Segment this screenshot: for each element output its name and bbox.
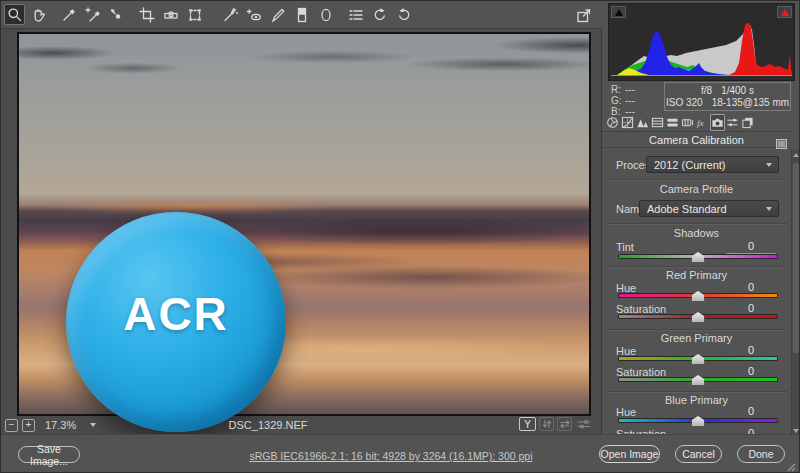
toolbar [1, 1, 602, 29]
tab-camera-calibration[interactable] [710, 114, 725, 131]
camera-raw-dialog: ACR − + 17.3% DSC_1329.NEF Y [0, 0, 800, 473]
done-button[interactable]: Done [737, 445, 785, 463]
blue-hue-value[interactable]: 0 [726, 405, 776, 419]
red-eye-removal-icon[interactable] [243, 4, 264, 25]
shadows-header: Shadows [602, 227, 791, 239]
shadow-clipping-toggle[interactable] [611, 6, 626, 18]
preview-bottom-bar: − + 17.3% DSC_1329.NEF Y [1, 416, 601, 434]
tint-slider-thumb[interactable] [692, 252, 705, 262]
histogram [608, 3, 795, 81]
color-sampler-icon[interactable] [82, 4, 103, 25]
zoom-out-button[interactable]: − [5, 419, 18, 432]
white-balance-eyedropper-icon[interactable] [58, 4, 79, 25]
red-primary-header: Red Primary [602, 269, 791, 281]
straighten-tool-icon[interactable] [160, 4, 181, 25]
bottom-bar: Save Image... sRGB IEC61966-2.1; 16 bit;… [1, 434, 799, 472]
acr-badge: ACR [66, 212, 286, 432]
swap-before-after-button[interactable] [539, 417, 554, 431]
blue-hue-label: Hue [616, 406, 636, 418]
scrollbar-up-icon[interactable] [792, 150, 800, 160]
r-label: R: [611, 84, 625, 95]
separator [606, 179, 787, 181]
tab-split-toning[interactable] [665, 114, 680, 131]
green-saturation-slider-thumb[interactable] [692, 375, 705, 385]
right-panel: R:--- G:--- B:--- f/8 1/400 s ISO 320 18… [602, 1, 799, 434]
separator [606, 266, 787, 268]
before-after-controls: Y [519, 417, 593, 431]
image-filename: DSC_1329.NEF [229, 419, 308, 431]
green-hue-slider-thumb[interactable] [692, 354, 705, 364]
before-after-views-button[interactable]: Y [519, 417, 536, 431]
copy-settings-button[interactable] [557, 417, 572, 431]
open-image-button[interactable]: Open Image [599, 445, 660, 463]
green-saturation-slider[interactable] [618, 377, 778, 382]
tint-value[interactable]: 0 [726, 240, 776, 254]
aperture-value: f/8 [701, 85, 712, 96]
separator [606, 223, 787, 225]
spot-removal-icon[interactable] [219, 4, 240, 25]
tab-presets[interactable] [725, 114, 740, 131]
red-hue-slider[interactable] [618, 293, 778, 298]
zoom-in-button[interactable]: + [22, 419, 35, 432]
lens-value: 18-135@135 mm [712, 97, 789, 108]
tab-basic[interactable] [605, 114, 620, 131]
rotate-right-icon[interactable] [393, 4, 414, 25]
adjustment-brush-icon[interactable] [267, 4, 288, 25]
preferences-icon[interactable] [345, 4, 366, 25]
scrollbar-thumb[interactable] [793, 163, 799, 353]
separator [606, 329, 787, 331]
panel-title: Camera Calibration [602, 134, 791, 146]
tab-lens-corrections[interactable] [680, 114, 695, 131]
hand-tool-icon[interactable] [28, 4, 49, 25]
histogram-baseline [611, 75, 792, 76]
blue-hue-slider[interactable] [618, 418, 778, 423]
exif-info: f/8 1/400 s ISO 320 18-135@135 mm [664, 82, 791, 111]
resize-grip[interactable] [785, 458, 796, 469]
red-saturation-slider[interactable] [618, 314, 778, 319]
camera-profile-select[interactable]: Adobe Standard [639, 200, 779, 217]
acr-badge-text: ACR [123, 287, 229, 341]
tint-slider[interactable] [618, 254, 778, 259]
panel-title-bar: Camera Calibration [602, 131, 791, 148]
preview-pane: ACR − + 17.3% DSC_1329.NEF Y [1, 29, 602, 434]
histogram-plot [611, 23, 792, 75]
zoom-tool-icon[interactable] [4, 4, 25, 25]
calibration-content: Process: 2012 (Current) Camera Profile N… [602, 149, 791, 437]
targeted-adjustment-icon[interactable] [106, 4, 127, 25]
tab-tone-curve[interactable] [620, 114, 635, 131]
radial-filter-icon[interactable] [315, 4, 336, 25]
g-value: --- [625, 95, 635, 106]
g-label: G: [611, 95, 625, 106]
graduated-filter-icon[interactable] [291, 4, 312, 25]
svg-text:fx: fx [697, 117, 705, 127]
zoom-level-dropdown-icon[interactable] [86, 419, 99, 432]
camera-profile-header: Camera Profile [602, 183, 791, 195]
rotate-left-icon[interactable] [369, 4, 390, 25]
blue-hue-slider-thumb[interactable] [692, 416, 705, 426]
cancel-button[interactable]: Cancel [675, 445, 722, 463]
process-value: 2012 (Current) [654, 159, 726, 171]
tab-detail[interactable] [635, 114, 650, 131]
green-hue-slider[interactable] [618, 356, 778, 361]
panel-tabs: fx [605, 113, 755, 131]
zoom-level-value[interactable]: 17.3% [45, 419, 76, 431]
transform-tool-icon[interactable] [184, 4, 205, 25]
iso-value: ISO 320 [666, 97, 703, 108]
red-hue-slider-thumb[interactable] [692, 291, 705, 301]
process-select[interactable]: 2012 (Current) [646, 156, 779, 173]
toggle-fullscreen-icon[interactable] [573, 5, 594, 26]
r-value: --- [625, 84, 635, 95]
highlight-clipping-toggle[interactable] [777, 6, 792, 18]
tab-hsl-grayscale[interactable] [650, 114, 665, 131]
tab-snapshots[interactable] [740, 114, 755, 131]
crop-tool-icon[interactable] [136, 4, 157, 25]
red-saturation-slider-thumb[interactable] [692, 312, 705, 322]
panel-scrollbar[interactable] [791, 149, 799, 437]
tint-label: Tint [616, 241, 634, 253]
tab-effects[interactable]: fx [695, 114, 710, 131]
workflow-options-link[interactable]: sRGB IEC61966-2.1; 16 bit; 4928 by 3264 … [249, 450, 532, 462]
preview-preferences-icon[interactable] [575, 417, 593, 431]
save-image-button[interactable]: Save Image... [18, 446, 80, 463]
green-primary-header: Green Primary [602, 332, 791, 344]
separator [606, 391, 787, 393]
